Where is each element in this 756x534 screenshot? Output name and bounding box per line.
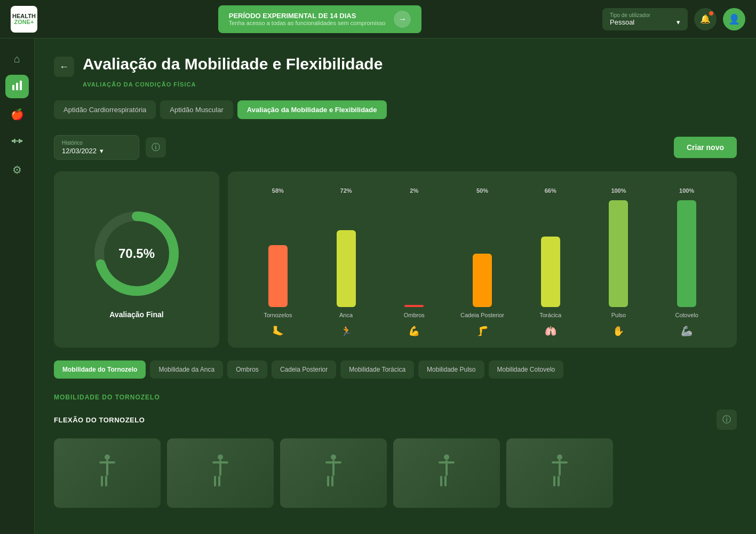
secondary-tabs: Mobilidade do Tornozelo Mobilidade da An… bbox=[54, 360, 737, 379]
svg-rect-33 bbox=[558, 476, 560, 486]
svg-rect-6 bbox=[19, 139, 20, 143]
bar-name-1: Anca bbox=[339, 311, 353, 319]
bar-group-2: 2%Ombros💪 bbox=[380, 187, 448, 337]
apple-icon: 🍎 bbox=[11, 108, 24, 121]
main-tabs: Aptidão Cardiorrespiratória Aptidão Musc… bbox=[54, 100, 737, 119]
svg-rect-7 bbox=[15, 140, 19, 142]
trial-arrow-btn[interactable]: → bbox=[394, 11, 411, 28]
svg-rect-5 bbox=[14, 139, 15, 143]
sec-tab-tornozelo[interactable]: Mobilidade do Tornozelo bbox=[54, 360, 146, 379]
sec-tab-anca[interactable]: Mobilidade da Anca bbox=[150, 360, 223, 379]
svg-rect-10 bbox=[105, 454, 110, 460]
bar-icon-3: 🦵 bbox=[476, 325, 488, 337]
svg-rect-14 bbox=[101, 476, 103, 486]
bar-fill-2 bbox=[404, 305, 424, 307]
logo-health: HEALTH bbox=[12, 13, 36, 19]
trial-text: PERÍODO EXPERIMENTAL DE 14 DIAS Tenha ac… bbox=[229, 12, 386, 26]
donut-label: Avaliação Final bbox=[109, 310, 163, 319]
subsection-title-text: FLEXÃO DO TORNOZELO bbox=[54, 416, 145, 424]
bar-name-5: Pulso bbox=[611, 311, 626, 319]
bar-group-6: 100%Cotovelo🦾 bbox=[652, 187, 721, 337]
chevron-down-icon: ▾ bbox=[677, 18, 680, 26]
controls-row: Histórico 12/03/2022 ▾ ⓘ Criar novo bbox=[54, 135, 737, 160]
donut-value: 70.5% bbox=[118, 246, 155, 261]
thumb-5 bbox=[506, 438, 613, 508]
tab-cardio[interactable]: Aptidão Cardiorrespiratória bbox=[54, 100, 156, 119]
user-type-value: Pessoal ▾ bbox=[610, 18, 680, 26]
thumb-placeholder-5 bbox=[506, 438, 613, 508]
svg-rect-29 bbox=[440, 476, 442, 486]
user-icon: 👤 bbox=[728, 13, 740, 25]
bar-icon-2: 💪 bbox=[408, 325, 420, 337]
info-icon-2: ⓘ bbox=[722, 414, 731, 426]
sidebar: ⌂ 🍎 bbox=[0, 38, 35, 534]
sec-tab-ombros[interactable]: Ombros bbox=[227, 360, 267, 379]
bar-group-3: 50%Cadeia Posterior🦵 bbox=[448, 187, 516, 337]
criar-novo-button[interactable]: Criar novo bbox=[674, 137, 737, 158]
svg-rect-25 bbox=[444, 454, 449, 460]
bar-group-0: 58%Tornozelos🦶 bbox=[244, 187, 312, 337]
bar-name-3: Cadeia Posterior bbox=[460, 311, 504, 319]
tab-mobilidade[interactable]: Avaliação da Mobilidade e Flexibilidade bbox=[237, 100, 387, 119]
sidebar-item-home[interactable]: ⌂ bbox=[5, 47, 29, 70]
bar-icon-5: ✋ bbox=[612, 325, 624, 337]
bar-fill-5 bbox=[609, 200, 628, 307]
info-button[interactable]: ⓘ bbox=[146, 137, 166, 158]
svg-rect-2 bbox=[20, 81, 22, 90]
user-type-selector[interactable]: Tipo de utilizador Pessoal ▾ bbox=[602, 8, 688, 30]
thumb-4 bbox=[393, 438, 500, 508]
sidebar-item-settings[interactable]: ⚙ bbox=[5, 158, 29, 182]
thumb-placeholder-1 bbox=[54, 438, 161, 508]
historico-dropdown[interactable]: Histórico 12/03/2022 ▾ bbox=[54, 135, 139, 160]
bar-pct-0: 58% bbox=[272, 187, 284, 194]
bar-pct-2: 2% bbox=[410, 187, 418, 194]
bar-name-4: Torácica bbox=[539, 311, 561, 319]
svg-rect-23 bbox=[331, 476, 333, 486]
sec-tab-toracica[interactable]: Mobilidade Torácica bbox=[340, 360, 414, 379]
page-title: Avaliação da Mobilidade e Flexibilidade bbox=[83, 54, 383, 74]
notification-button[interactable]: 🔔 bbox=[694, 8, 717, 30]
bar-pct-6: 100% bbox=[679, 187, 694, 194]
sidebar-item-nutrition[interactable]: 🍎 bbox=[5, 103, 29, 126]
svg-rect-4 bbox=[20, 140, 22, 142]
section-title: MOBILIDADE DO TORNOZELO bbox=[54, 394, 737, 401]
subsection-header: FLEXÃO DO TORNOZELO ⓘ bbox=[54, 410, 737, 430]
bell-icon: 🔔 bbox=[700, 14, 711, 24]
sidebar-item-workout[interactable] bbox=[5, 130, 29, 154]
bar-name-6: Cotovelo bbox=[675, 311, 698, 319]
page-header: ← Avaliação da Mobilidade e Flexibilidad… bbox=[54, 54, 737, 77]
notification-badge bbox=[709, 11, 713, 15]
svg-rect-24 bbox=[327, 476, 329, 486]
trial-banner: PERÍODO EXPERIMENTAL DE 14 DIAS Tenha ac… bbox=[218, 5, 422, 33]
sec-tab-cotovelo[interactable]: Mobilidade Cotovelo bbox=[489, 360, 564, 379]
sec-tab-cadeia[interactable]: Cadeia Posterior bbox=[272, 360, 336, 379]
trial-main-text: PERÍODO EXPERIMENTAL DE 14 DIAS bbox=[229, 12, 386, 20]
top-bar: HEALTH ZONE+ PERÍODO EXPERIMENTAL DE 14 … bbox=[0, 0, 756, 38]
top-right: Tipo de utilizador Pessoal ▾ 🔔 👤 bbox=[602, 8, 745, 30]
bar-pct-4: 66% bbox=[545, 187, 556, 194]
bar-pct-5: 100% bbox=[611, 187, 626, 194]
bar-group-5: 100%Pulso✋ bbox=[585, 187, 653, 337]
svg-rect-17 bbox=[212, 461, 228, 464]
chart-icon bbox=[11, 80, 23, 94]
main-layout: ⌂ 🍎 bbox=[0, 38, 756, 534]
sidebar-item-chart[interactable] bbox=[5, 75, 29, 98]
back-button[interactable]: ← bbox=[54, 57, 74, 77]
sec-tab-pulso[interactable]: Mobilidade Pulso bbox=[418, 360, 484, 379]
avatar-button[interactable]: 👤 bbox=[723, 8, 745, 30]
thumb-2 bbox=[167, 438, 274, 508]
tab-muscular[interactable]: Aptidão Muscular bbox=[160, 100, 233, 119]
svg-rect-13 bbox=[105, 476, 107, 486]
historico-date: 12/03/2022 ▾ bbox=[62, 147, 131, 155]
bar-icon-6: 🦾 bbox=[681, 325, 693, 337]
subsection-info-button[interactable]: ⓘ bbox=[717, 410, 737, 430]
logo: HEALTH ZONE+ bbox=[11, 6, 37, 33]
bar-name-0: Tornozelos bbox=[264, 311, 292, 319]
svg-rect-30 bbox=[557, 454, 562, 460]
svg-rect-34 bbox=[553, 476, 555, 486]
bar-group-1: 72%Anca🏃 bbox=[312, 187, 380, 337]
bar-pct-3: 50% bbox=[476, 187, 488, 194]
dumbbell-icon bbox=[11, 135, 23, 150]
user-type-label: Tipo de utilizador bbox=[610, 12, 680, 18]
thumb-3 bbox=[280, 438, 387, 508]
